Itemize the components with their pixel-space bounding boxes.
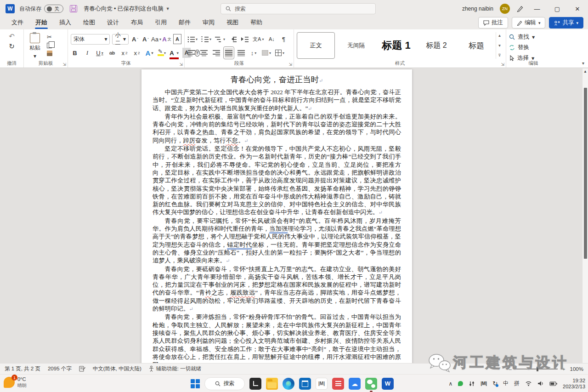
show-formatting-marks-button[interactable]: ¶: [279, 34, 288, 44]
shrink-font-button[interactable]: Aˇ: [141, 34, 150, 44]
vertical-scrollbar[interactable]: ▲: [582, 68, 588, 363]
format-painter-icon[interactable]: [47, 51, 52, 56]
zoom-in-icon[interactable]: +: [562, 366, 565, 372]
doc-paragraph[interactable]: 坚定不移听党话。坚定信念！在党的领导下，中国共产党人不忘初心，风雨无阻，坚毅前行…: [153, 145, 401, 217]
title-chevron-down-icon[interactable]: ▼: [166, 6, 170, 11]
word-count[interactable]: 2095 个字: [48, 365, 72, 372]
scrollbar-thumb[interactable]: [584, 88, 587, 259]
shading-button[interactable]: ▾: [262, 48, 271, 58]
edge-browser-icon[interactable]: [283, 378, 294, 390]
styles-dialog-launcher[interactable]: ⇲: [501, 62, 504, 67]
start-button[interactable]: [191, 379, 200, 388]
zoom-level[interactable]: 100%: [570, 366, 583, 372]
style-heading-2[interactable]: 标题 2: [417, 32, 455, 59]
tab-draw[interactable]: 绘图: [77, 17, 101, 29]
distribute-button[interactable]: [237, 48, 245, 58]
tray-expand-icon[interactable]: ∧: [448, 381, 452, 387]
save-icon[interactable]: [70, 5, 77, 12]
style-title[interactable]: 标题: [458, 32, 496, 59]
sort-button[interactable]: A↓: [267, 34, 276, 44]
tab-view[interactable]: 视图: [220, 17, 244, 29]
doc-paragraph[interactable]: 中国共产党第二十次全国代表大会将于 2022 年下半年在北京召开。青春心向党，奋…: [153, 88, 401, 113]
cut-icon[interactable]: ✂: [47, 34, 52, 40]
asian-layout-button[interactable]: 文A▾: [253, 34, 264, 44]
tab-home[interactable]: 开始: [29, 17, 53, 29]
accessibility-status[interactable]: 辅助功能: 一切就绪: [149, 365, 201, 372]
font-name-combo[interactable]: 宋体▾: [71, 34, 110, 45]
font-size-combo[interactable]: 小二▾: [112, 34, 129, 45]
strikethrough-button[interactable]: ab: [108, 48, 116, 58]
underline-button[interactable]: U▾: [96, 48, 104, 58]
share-button[interactable]: 共享 ▾: [549, 17, 583, 28]
bold-button[interactable]: B: [71, 48, 79, 58]
file-explorer-icon[interactable]: [266, 378, 278, 390]
doc-title-line[interactable]: 青春心向党，奋进正当时↵: [153, 74, 401, 85]
align-left-button[interactable]: [187, 48, 196, 58]
tray-m-icon[interactable]: |M|: [481, 381, 487, 386]
tab-review[interactable]: 审阅: [197, 17, 220, 29]
inking-pen-icon[interactable]: [516, 5, 524, 12]
align-right-button[interactable]: [212, 48, 220, 58]
phonetic-guide-button[interactable]: A文: [163, 34, 171, 44]
zoom-slider-thumb[interactable]: [537, 367, 538, 371]
zoom-out-icon[interactable]: –: [509, 366, 511, 372]
autosave-control[interactable]: 自动保存 关: [19, 5, 63, 13]
doc-paragraph[interactable]: 青春向党，要砥砺奋斗，常怀“扶摇直上九万里”的志气。在建功立业、朝气蓬勃的美好青…: [153, 265, 401, 313]
taskbar-search[interactable]: 搜索: [204, 377, 245, 390]
subscript-button[interactable]: x2: [120, 48, 129, 58]
tray-mixer-icon[interactable]: [469, 381, 475, 387]
paragraph-dialog-launcher[interactable]: ⇲: [288, 62, 292, 67]
tab-mailings[interactable]: 邮件: [173, 17, 197, 29]
redo-icon[interactable]: ↻: [9, 42, 15, 51]
autosave-toggle[interactable]: 关: [44, 5, 63, 13]
comments-button[interactable]: 批注: [478, 17, 508, 28]
font-dialog-launcher[interactable]: ⇲: [179, 62, 183, 67]
collapse-ribbon-icon[interactable]: ▾: [582, 61, 584, 66]
tab-references[interactable]: 引用: [149, 17, 173, 29]
red-app-icon[interactable]: [332, 378, 344, 390]
minimize-button[interactable]: —: [530, 2, 544, 16]
style-scroll-up-icon[interactable]: ▲: [498, 34, 502, 38]
tab-help[interactable]: 帮助: [244, 17, 268, 29]
increase-indent-button[interactable]: [241, 34, 249, 44]
zoom-slider[interactable]: [516, 369, 558, 369]
character-border-button[interactable]: A: [173, 34, 181, 44]
word-taskbar-icon[interactable]: W: [382, 378, 394, 390]
bullet-list-button[interactable]: ▾: [187, 34, 198, 44]
tab-design[interactable]: 设计: [101, 17, 125, 29]
editing-mode-button[interactable]: 编辑 ▾: [512, 17, 546, 28]
proofing-status-icon[interactable]: [79, 366, 85, 372]
language-indicator[interactable]: 中文(简体, 中国大陆): [93, 365, 141, 372]
borders-button[interactable]: ▾: [275, 48, 284, 58]
tab-layout[interactable]: 布局: [125, 17, 149, 29]
style-normal[interactable]: 正文: [297, 32, 335, 59]
tab-file[interactable]: 文件: [6, 17, 29, 29]
highlight-color-button[interactable]: ▾: [158, 48, 166, 58]
search-box[interactable]: 搜索: [220, 3, 376, 14]
style-gallery-scroll[interactable]: ▲ ▼ ⊽: [496, 32, 503, 59]
photos-app-icon[interactable]: [249, 378, 261, 390]
taskbar-weather-widget[interactable]: 1 0°C 晴朗: [4, 376, 27, 388]
ime-pinyin-indicator[interactable]: 拼: [514, 380, 520, 387]
copy-icon[interactable]: [47, 43, 52, 48]
style-gallery-more-icon[interactable]: ⊽: [498, 53, 501, 57]
replace-button[interactable]: 替换: [509, 44, 535, 51]
maximize-button[interactable]: ▢: [550, 2, 564, 16]
numbered-list-button[interactable]: ▾: [201, 34, 211, 44]
find-button[interactable]: 查找▾: [509, 33, 535, 41]
tray-sync-icon[interactable]: ↻: [492, 380, 498, 387]
document-page[interactable]: 青春心向党，奋进正当时↵ 中国共产党第二十次全国代表大会将于 2022 年下半年…: [141, 69, 412, 363]
scroll-up-icon[interactable]: ▲: [583, 69, 587, 74]
wechat-app-icon[interactable]: [365, 378, 377, 390]
document-title[interactable]: 青春心向党 • 已保存到这台电脑: [84, 5, 164, 13]
grow-font-button[interactable]: Aˆ: [131, 34, 139, 44]
battery-icon[interactable]: [549, 381, 557, 386]
m-app-icon[interactable]: |M|: [316, 378, 328, 390]
tab-insert[interactable]: 插入: [53, 17, 77, 29]
tray-green-app-icon[interactable]: [458, 381, 463, 386]
wifi-icon[interactable]: [525, 381, 532, 386]
doc-paragraph[interactable]: 青年作为社会最积极、最富朝气的中坚力量，正靠着自己的双手创造更加美好的未来。青春…: [153, 113, 401, 145]
undo-icon[interactable]: ↶: [9, 32, 15, 40]
close-button[interactable]: ✕: [571, 2, 584, 16]
doc-paragraph[interactable]: 青春向党，要淬炼担当，常怀“粉身碎骨浑不怕”的骨气。回首过去，中国青年以担当为枪…: [153, 313, 401, 363]
